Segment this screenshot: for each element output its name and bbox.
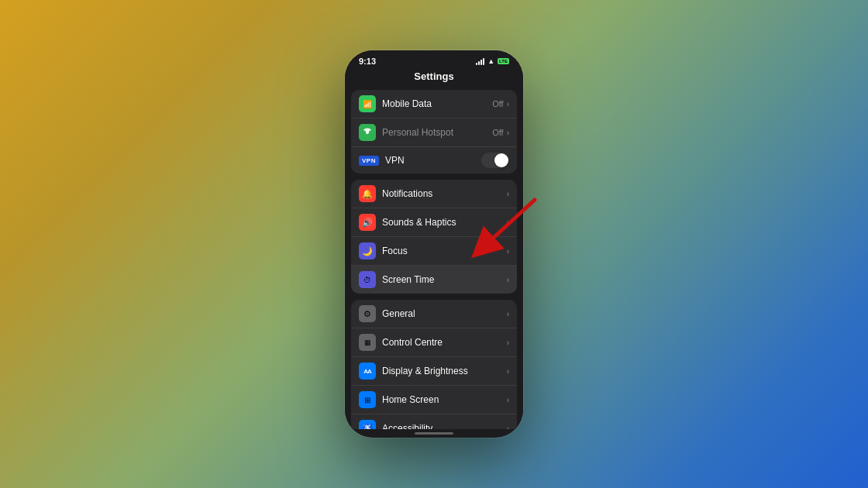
focus-chevron: ›	[507, 247, 509, 256]
section-notifications: 🔔 Notifications › 🔊 Sounds & Haptics › 🌙…	[351, 180, 517, 294]
section-connectivity: 📶 Mobile Data Off › Personal Hotspot Off…	[351, 90, 517, 174]
phone-frame: 9:13 ▲ LTE Settings 📶 Mobile Data Off ›	[345, 50, 523, 438]
display-label: Display & Brightness	[382, 366, 507, 376]
hotspot-value: Off	[492, 128, 503, 137]
general-chevron: ›	[507, 310, 509, 318]
screen-title: Settings	[345, 69, 523, 87]
mobile-data-chevron: ›	[507, 100, 509, 108]
section-general: ⚙ General › ▦ Control Centre › AA Displa…	[351, 300, 517, 429]
row-vpn[interactable]: VPN VPN	[351, 147, 517, 174]
row-home-screen[interactable]: ⊞ Home Screen ›	[351, 386, 517, 414]
hotspot-icon	[359, 124, 376, 141]
vpn-label: VPN	[385, 155, 481, 166]
row-display-brightness[interactable]: AA Display & Brightness ›	[351, 357, 517, 386]
screen-time-chevron: ›	[507, 276, 509, 284]
screen-content: 📶 Mobile Data Off › Personal Hotspot Off…	[345, 87, 523, 429]
wifi-icon: ▲	[487, 57, 494, 65]
signal-icon	[476, 58, 484, 65]
screen-time-label: Screen Time	[382, 274, 507, 285]
mobile-data-icon: 📶	[359, 95, 376, 112]
row-control-centre[interactable]: ▦ Control Centre ›	[351, 328, 517, 357]
home-indicator	[415, 432, 453, 435]
hotspot-label: Personal Hotspot	[382, 127, 492, 138]
control-centre-chevron: ›	[507, 339, 509, 347]
row-screen-time[interactable]: ⏱ Screen Time ›	[351, 266, 517, 294]
control-centre-label: Control Centre	[382, 337, 507, 348]
status-bar: 9:13 ▲ LTE	[345, 50, 523, 69]
mobile-data-label: Mobile Data	[382, 98, 492, 109]
vpn-toggle[interactable]	[481, 153, 509, 168]
toggle-knob	[494, 153, 508, 167]
hotspot-chevron: ›	[507, 129, 509, 137]
focus-icon: 🌙	[359, 242, 376, 259]
vpn-badge: VPN	[359, 156, 379, 166]
notifications-icon: 🔔	[359, 185, 376, 202]
row-personal-hotspot[interactable]: Personal Hotspot Off ›	[351, 119, 517, 147]
notifications-chevron: ›	[507, 190, 509, 198]
sounds-chevron: ›	[507, 218, 509, 227]
sounds-icon: 🔊	[359, 214, 376, 231]
home-screen-icon: ⊞	[359, 391, 376, 408]
row-notifications[interactable]: 🔔 Notifications ›	[351, 180, 517, 208]
accessibility-icon: ♿	[359, 420, 376, 429]
accessibility-chevron: ›	[507, 424, 509, 430]
mobile-data-value: Off	[492, 99, 503, 108]
status-time: 9:13	[359, 57, 376, 66]
focus-label: Focus	[382, 246, 507, 256]
row-accessibility[interactable]: ♿ Accessibility ›	[351, 414, 517, 429]
screen-time-icon: ⏱	[359, 271, 376, 288]
home-screen-label: Home Screen	[382, 394, 507, 405]
display-chevron: ›	[507, 367, 509, 376]
row-sounds-haptics[interactable]: 🔊 Sounds & Haptics ›	[351, 208, 517, 237]
general-icon: ⚙	[359, 305, 376, 322]
notifications-label: Notifications	[382, 188, 507, 199]
home-screen-chevron: ›	[507, 396, 509, 404]
battery-badge: LTE	[498, 58, 509, 64]
row-mobile-data[interactable]: 📶 Mobile Data Off ›	[351, 90, 517, 119]
sounds-label: Sounds & Haptics	[382, 217, 507, 228]
row-general[interactable]: ⚙ General ›	[351, 300, 517, 328]
display-icon: AA	[359, 363, 376, 380]
general-label: General	[382, 308, 507, 319]
accessibility-label: Accessibility	[382, 423, 507, 429]
row-focus[interactable]: 🌙 Focus ›	[351, 237, 517, 266]
control-centre-icon: ▦	[359, 334, 376, 351]
status-icons: ▲ LTE	[476, 57, 509, 65]
